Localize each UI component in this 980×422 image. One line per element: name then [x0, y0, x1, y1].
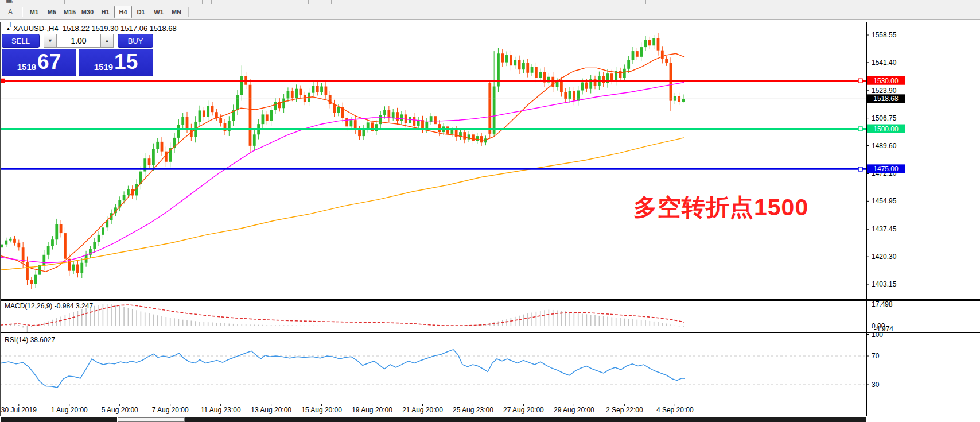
date-tick-label: 25 Aug 23:00 — [453, 406, 493, 414]
bottom-scrollbar-thumb[interactable] — [118, 417, 185, 422]
rsi-panel — [0, 350, 866, 388]
hline-handle — [858, 79, 862, 83]
price-tick-label: 1454.95 — [872, 197, 897, 205]
timeframe-button-H4[interactable]: H4 — [114, 6, 132, 18]
sell-button[interactable]: SELL — [2, 34, 40, 48]
price-axis: 1558.551541.401523.901506.751489.601472.… — [866, 31, 905, 288]
toolbar-handle-mark — [320, 0, 320, 4]
toolbar-handle-mark — [551, 0, 551, 4]
date-axis: 30 Jul 20191 Aug 20:005 Aug 20:007 Aug 2… — [1, 404, 694, 414]
toolbar-handle-mark — [331, 0, 332, 4]
rsi-value: 38.6027 — [30, 336, 55, 344]
volume-decrease-icon[interactable]: ▼ — [44, 34, 57, 48]
toolbar: ▨E▦FAT✥▾ M1M5M15M30H1H4D1W1MN — [0, 5, 980, 20]
date-tick-label: 2 Sep 22:00 — [606, 406, 643, 414]
date-tick-label: 5 Aug 20:00 — [102, 406, 138, 414]
one-click-trade-panel: SELL ▼ ▲ BUY 1518 67 1519 15 — [2, 34, 153, 76]
macd-values: -0.984 3.247 — [55, 302, 93, 310]
timeframe-button-M15[interactable]: M15 — [61, 6, 79, 18]
price-badge-label: 1475.00 — [873, 165, 899, 173]
date-tick-label: 1 Aug 20:00 — [51, 406, 88, 414]
direction-up-icon: ▲ — [6, 26, 11, 32]
buy-button[interactable]: BUY — [118, 34, 153, 48]
date-tick-label: 13 Aug 20:00 — [251, 406, 291, 414]
price-tick-label: 1437.45 — [872, 225, 897, 233]
hline-left-anchor — [0, 79, 5, 83]
price-tick-label: 1420.30 — [872, 253, 897, 261]
horizontal-level-lines[interactable] — [0, 79, 866, 171]
rsi-indicator-label: RSI(14) 38.6027 — [5, 336, 55, 344]
price-tick-label: 1523.90 — [872, 87, 897, 95]
macd-indicator-label: MACD(12,26,9) -0.984 3.247 — [5, 302, 93, 310]
date-tick-label: 27 Aug 20:00 — [503, 406, 544, 414]
volume-input[interactable] — [57, 34, 100, 48]
toolbar-handle-mark — [308, 0, 309, 4]
hline-handle — [858, 127, 862, 131]
hline-handle — [858, 167, 862, 171]
timeframe-button-D1[interactable]: D1 — [132, 6, 150, 18]
date-tick-label: 11 Aug 23:00 — [201, 406, 241, 414]
sell-price-big: 67 — [37, 51, 61, 73]
toolbar-handle-mark — [202, 0, 203, 4]
date-tick-label: 29 Aug 20:00 — [554, 406, 594, 414]
toolbar-handle-mark — [64, 0, 65, 4]
date-tick-label: 7 Aug 20:00 — [152, 406, 189, 414]
timeframe-button-M30[interactable]: M30 — [79, 6, 96, 18]
buy-price-display[interactable]: 1519 15 — [79, 49, 153, 76]
price-badge-label: 1500.00 — [873, 125, 899, 133]
macd-panel — [0, 304, 684, 332]
timeframe-button-W1[interactable]: W1 — [150, 6, 168, 18]
toolbar-separator — [22, 7, 22, 17]
macd-max-label: 17.498 — [872, 300, 893, 308]
rsi-axis: 1007030 — [866, 331, 883, 389]
price-tick-label: 1558.55 — [872, 31, 897, 39]
upper-toolbar-edge — [0, 0, 980, 5]
timeframe-buttons-group: M1M5M15M30H1H4D1W1MN — [25, 6, 185, 18]
text-label-tool-icon[interactable]: A — [2, 6, 18, 18]
timeframe-button-M1[interactable]: M1 — [25, 6, 43, 18]
toolbar-handle-mark — [682, 0, 682, 4]
toolbar-handle-mark — [660, 0, 660, 4]
ma-slow-orange — [0, 138, 684, 270]
fibonacci-grid-tool-icon[interactable]: ▦F — [2, 0, 18, 6]
ohlc-values: 1518.22 1519.30 1517.06 1518.68 — [63, 24, 177, 33]
date-tick-label: 19 Aug 20:00 — [352, 406, 392, 414]
buy-price-big: 15 — [114, 51, 138, 73]
price-badge-label: 1530.00 — [873, 77, 899, 85]
date-tick-label: 30 Jul 2019 — [1, 406, 37, 414]
sell-price-display[interactable]: 1518 67 — [2, 49, 76, 76]
price-tick-label: 1403.15 — [872, 280, 897, 288]
chart-ohlc-header: ▲XAUUSD-,H4 1518.22 1519.30 1517.06 1518… — [6, 24, 177, 33]
timeframe-button-M5[interactable]: M5 — [43, 6, 61, 18]
timeframe-button-H1[interactable]: H1 — [96, 6, 114, 18]
rsi-title: RSI(14) — [5, 336, 28, 344]
bottom-window-edge — [1, 417, 117, 422]
rsi-tick-label: 100 — [872, 331, 883, 339]
rsi-tick-label: 70 — [872, 352, 880, 360]
mt4-window: { "toolbar": { "tool_icons": [ {"name": … — [0, 0, 980, 422]
price-tick-label: 1541.40 — [872, 59, 897, 67]
date-tick-label: 4 Sep 20:00 — [656, 406, 694, 414]
bottom-window-edge — [185, 417, 866, 422]
toolbar-separator — [188, 7, 189, 17]
rsi-line — [1, 350, 685, 388]
price-tick-label: 1506.75 — [872, 114, 897, 122]
current-price-badge-label: 1518.68 — [873, 95, 899, 103]
chart-text-annotation[interactable]: 多空转折点1500 — [633, 192, 808, 223]
macd-axis: 17.4980.00-4.974 — [866, 300, 893, 333]
macd-title: MACD(12,26,9) — [5, 302, 52, 310]
volume-increase-icon[interactable]: ▲ — [100, 34, 114, 48]
buy-price-small: 1519 — [94, 62, 113, 72]
sell-price-small: 1518 — [17, 62, 36, 72]
chart-canvas: 1558.551541.401523.901506.751489.601472.… — [0, 22, 980, 422]
volume-spinner: ▼ ▲ — [44, 34, 114, 48]
timeframe-button-MN[interactable]: MN — [168, 6, 185, 18]
rsi-tick-label: 30 — [872, 381, 880, 389]
toolbar-handle-mark — [645, 0, 646, 4]
price-tick-label: 1489.60 — [872, 142, 897, 150]
date-tick-label: 15 Aug 20:00 — [301, 406, 342, 414]
symbol-timeframe-label: XAUUSD-,H4 — [13, 24, 59, 33]
date-tick-label: 21 Aug 20:00 — [402, 406, 443, 414]
toolbar-handle-mark — [211, 0, 212, 4]
